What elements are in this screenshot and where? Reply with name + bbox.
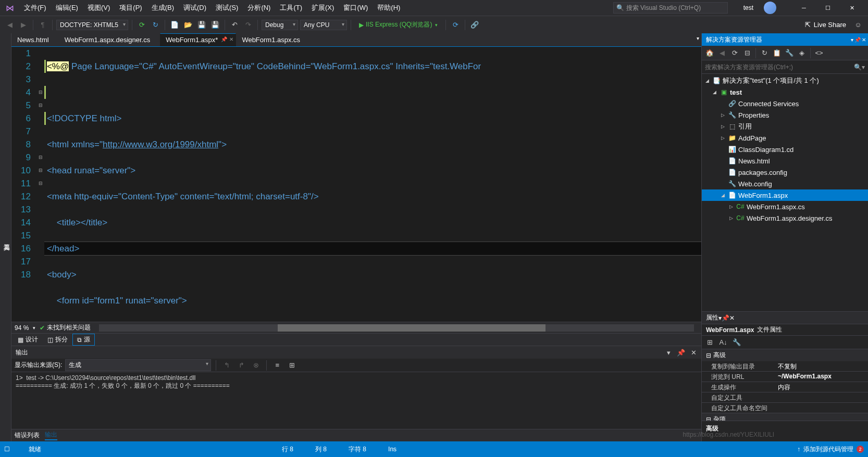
menu-项目P[interactable]: 项目(P)	[115, 1, 146, 15]
solution-tree[interactable]: ◢📑解决方案"test"(1 个项目/共 1 个) ◢▣test 🔗Connec…	[702, 74, 868, 311]
menu-视图V[interactable]: 视图(V)	[83, 1, 114, 15]
home-icon[interactable]: 🏠	[704, 47, 715, 59]
goto-prev-icon[interactable]: ↰	[221, 360, 232, 371]
sync-icon[interactable]: ↻	[150, 19, 161, 31]
clear-icon[interactable]: ⊗	[250, 360, 262, 371]
preview-icon[interactable]: ◈	[796, 47, 808, 59]
status-notify-icon[interactable]: ☐	[4, 446, 10, 453]
tab-WebForm1-aspx-[interactable]: WebForm1.aspx*📌✕	[160, 33, 236, 46]
webform-designer-file[interactable]: ▷C#WebForm1.aspx.designer.cs	[702, 212, 868, 224]
webform-file[interactable]: ◢📄WebForm1.aspx	[702, 189, 868, 201]
references-node[interactable]: ▷⬚引用	[702, 121, 868, 132]
user-avatar[interactable]	[764, 2, 776, 14]
status-scm[interactable]: 添加到源代码管理	[803, 445, 853, 454]
error-list-tab[interactable]: 错误列表	[15, 431, 40, 440]
tabs-overflow-icon[interactable]: ▾	[697, 35, 699, 41]
output-source-dropdown[interactable]: 生成	[65, 359, 211, 371]
props-cat-misc[interactable]: ⊟杂项	[702, 413, 868, 421]
new-file-icon[interactable]: 📄	[169, 19, 180, 31]
wrap-icon[interactable]: ≡	[271, 360, 283, 371]
menu-编辑E[interactable]: 编辑(E)	[52, 1, 82, 15]
code-editor[interactable]: 123456789101112131415161718 ⊟⊟⊟⊟⊟ <%@ Pa…	[11, 47, 701, 322]
sync-icon[interactable]: ⟳	[729, 47, 740, 59]
pin-icon[interactable]: 📌	[722, 314, 729, 322]
properties-icon[interactable]: 🔧	[784, 47, 795, 59]
output-dropdown-icon[interactable]: ▾	[663, 347, 674, 358]
menu-文件F[interactable]: 文件(F)	[20, 1, 51, 15]
run-button[interactable]: ▶IIS Express (QQ浏览器)▾	[355, 19, 442, 30]
fold-column[interactable]: ⊟⊟⊟⊟⊟	[37, 47, 44, 322]
refresh-icon[interactable]: ⟳	[136, 19, 147, 31]
webconfig-file[interactable]: 🔧Web.config	[702, 178, 868, 189]
solution-search[interactable]: 🔍▾	[702, 60, 868, 74]
solution-root[interactable]: ◢📑解决方案"test"(1 个项目/共 1 个)	[702, 75, 868, 86]
dropdown-icon[interactable]: ▾	[851, 37, 853, 43]
maximize-button[interactable]: ☐	[816, 0, 840, 16]
menu-生成B[interactable]: 生成(B)	[147, 1, 178, 15]
properties-node[interactable]: ▷🔧Properties	[702, 109, 868, 121]
config-dropdown[interactable]: Debug	[262, 20, 298, 30]
refresh-icon[interactable]: ↻	[759, 47, 770, 59]
horizontal-scrollbar[interactable]	[99, 324, 694, 332]
prop-url[interactable]: 浏览到 URL~/WebForm1.aspx	[702, 372, 868, 382]
menu-测试S[interactable]: 测试(S)	[212, 1, 242, 15]
connected-services-node[interactable]: 🔗Connected Services	[702, 98, 868, 109]
open-icon[interactable]: 📂	[182, 19, 194, 31]
minimize-button[interactable]: ─	[792, 0, 816, 16]
webform-cs-file[interactable]: ▷C#WebForm1.aspx.cs	[702, 201, 868, 212]
prop-copy[interactable]: 复制到输出目录不复制	[702, 361, 868, 372]
menu-扩展X[interactable]: 扩展(X)	[307, 1, 338, 15]
new-paragraph-icon[interactable]: ¶	[37, 19, 48, 31]
back-icon[interactable]: ◀	[716, 47, 728, 59]
pin-icon[interactable]: 📌	[221, 36, 227, 42]
tab-WebForm1-aspx-cs[interactable]: WebForm1.aspx.cs	[236, 33, 310, 46]
project-node[interactable]: ◢▣test	[702, 86, 868, 98]
news-file[interactable]: 📄News.html	[702, 155, 868, 167]
save-icon[interactable]: 💾	[196, 19, 207, 31]
issues-indicator[interactable]: ✔未找到相关问题	[40, 323, 91, 332]
toolbox-rail[interactable]: 工具箱	[0, 33, 11, 441]
prop-tool[interactable]: 自定义工具	[702, 392, 868, 403]
nav-fwd-icon[interactable]: ▶	[18, 19, 29, 31]
tab-close-icon[interactable]: ✕	[229, 36, 233, 42]
close-icon[interactable]: ✕	[862, 37, 866, 43]
categorized-icon[interactable]: ⊞	[704, 337, 715, 348]
goto-next-icon[interactable]: ↱	[235, 360, 247, 371]
code-body[interactable]: <%@ Page Language="C#" AutoEventWireup="…	[44, 47, 701, 322]
undo-icon[interactable]: ↶	[229, 19, 240, 31]
pin-icon[interactable]: 📌	[675, 347, 687, 358]
up-arrow-icon[interactable]: ↑	[797, 446, 800, 453]
platform-dropdown[interactable]: Any CPU	[300, 20, 347, 30]
toggle-icon[interactable]: ⊞	[286, 360, 297, 371]
liveshare-button[interactable]: ⇱ Live Share	[801, 21, 850, 29]
solution-search-input[interactable]	[705, 64, 854, 71]
design-view-button[interactable]: ▦设计	[14, 334, 42, 345]
feedback-icon[interactable]: ☺	[852, 19, 864, 31]
collapse-icon[interactable]: ⊟	[741, 47, 753, 59]
addpage-folder[interactable]: ▷📁AddPage	[702, 132, 868, 144]
menu-帮助H[interactable]: 帮助(H)	[373, 1, 404, 15]
code-icon[interactable]: <>	[813, 47, 825, 59]
scm-badge-icon[interactable]: 2	[857, 446, 864, 453]
props-cat-advanced[interactable]: ⊟高级	[702, 349, 868, 361]
browser-link-icon[interactable]: 🔗	[469, 19, 480, 31]
save-all-icon[interactable]: 💾	[209, 19, 221, 31]
close-icon[interactable]: ✕	[729, 314, 735, 322]
menu-调试D[interactable]: 调试(D)	[179, 1, 210, 15]
output-body[interactable]: 1> test -> C:\Users\20294\source\repos\t…	[11, 372, 701, 429]
alpha-icon[interactable]: A↓	[717, 337, 729, 348]
classdiagram-file[interactable]: 📊ClassDiagram1.cd	[702, 144, 868, 155]
tab-News-html[interactable]: News.html	[11, 33, 59, 46]
tab-WebForm1-aspx-designer-cs[interactable]: WebForm1.aspx.designer.cs	[59, 33, 160, 46]
doctype-dropdown[interactable]: DOCTYPE: XHTML5	[56, 20, 128, 30]
redo-icon[interactable]: ↷	[242, 19, 254, 31]
prop-build[interactable]: 生成操作内容	[702, 382, 868, 392]
prop-toolns[interactable]: 自定义工具命名空间	[702, 403, 868, 413]
zoom-level[interactable]: 94 %	[15, 324, 29, 332]
nav-back-icon[interactable]: ◀	[4, 19, 16, 31]
menu-分析N[interactable]: 分析(N)	[243, 1, 275, 15]
menu-工具T[interactable]: 工具(T)	[276, 1, 306, 15]
source-view-button[interactable]: ⧉源	[73, 334, 94, 345]
close-button[interactable]: ✕	[840, 0, 864, 16]
pin-icon[interactable]: 📌	[854, 37, 861, 43]
